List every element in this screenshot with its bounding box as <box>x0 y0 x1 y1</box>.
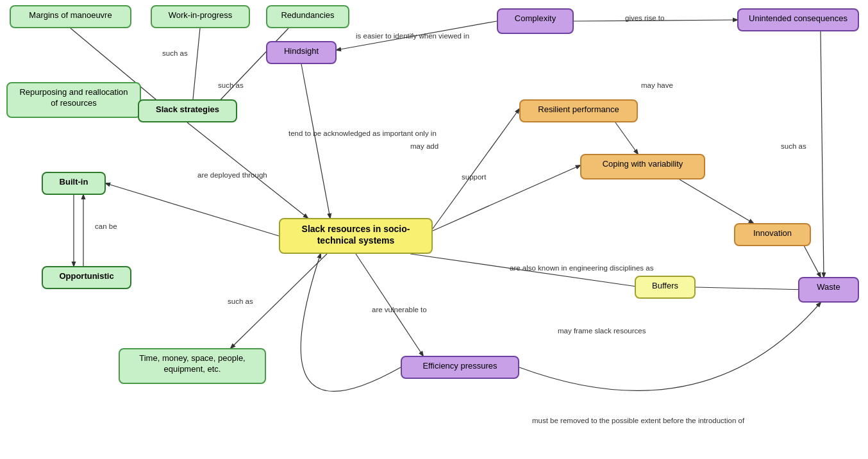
edge-label-el_alsoknown: are also known in engineering discipline… <box>510 263 653 273</box>
edge-label-el_deployed: are deployed through <box>197 170 267 180</box>
svg-line-11 <box>821 31 824 277</box>
edge-label-el_support: support <box>462 172 486 182</box>
node-resilient: Resilient performance <box>519 99 638 122</box>
node-efficiency: Efficiency pressures <box>401 356 519 379</box>
svg-line-6 <box>574 20 737 21</box>
edge-label-el_mustbe: must be removed to the possible extent b… <box>532 415 744 426</box>
edge-label-el_mayframe: may frame slack resources <box>558 326 646 336</box>
edge-label-el_vulnerable: are vulnerable to <box>372 305 427 315</box>
edge-label-el_mayhave: may have <box>641 80 673 90</box>
edge-label-el_givesrise: gives rise to <box>625 13 664 23</box>
svg-line-18 <box>410 254 641 287</box>
node-slack_strategies: Slack strategies <box>138 99 237 122</box>
edge-label-el_suchas4: such as <box>781 141 806 151</box>
node-innovation: Innovation <box>734 223 811 246</box>
svg-line-20 <box>356 254 423 356</box>
node-coping: Coping with variability <box>580 154 705 179</box>
node-builtin: Built-in <box>42 172 106 195</box>
svg-line-9 <box>433 165 580 231</box>
edge-label-el_canbe: can be <box>95 221 117 231</box>
svg-line-1 <box>192 28 200 106</box>
node-margins: Margins of manoeuvre <box>10 5 131 28</box>
svg-line-5 <box>337 21 497 50</box>
edge-label-el_suchas3: such as <box>228 296 253 306</box>
svg-line-17 <box>231 254 327 348</box>
svg-line-2 <box>215 28 288 106</box>
node-opportunistic: Opportunistic <box>42 266 131 289</box>
svg-line-4 <box>301 64 330 218</box>
edge-label-el_mayadd: may add <box>410 141 438 151</box>
svg-line-7 <box>187 122 308 218</box>
concept-map: Margins of manoeuvreWork-in-progressRedu… <box>0 0 868 459</box>
edge-label-el_tendtobe: tend to be acknowledged as important onl… <box>288 128 437 138</box>
node-buffers: Buffers <box>635 276 696 299</box>
edge-label-el_viewedin: is easier to identify when viewed in <box>356 31 469 41</box>
svg-line-8 <box>432 109 519 230</box>
edge-label-el_suchas1: such as <box>162 48 188 58</box>
node-redundancies: Redundancies <box>266 5 349 28</box>
edge-label-el_suchas2: such as <box>218 80 244 90</box>
svg-line-19 <box>696 287 808 290</box>
node-time_money: Time, money, space, people, equipment, e… <box>119 348 266 384</box>
node-repurposing: Repurposing and reallocation of resource… <box>6 82 141 118</box>
node-waste: Waste <box>798 277 859 303</box>
svg-line-16 <box>106 183 279 236</box>
node-complexity: Complexity <box>497 8 574 34</box>
node-slack_main: Slack resources in socio-technical syste… <box>279 218 433 254</box>
node-unintended: Unintended consequences <box>737 8 859 31</box>
node-wip: Work-in-progress <box>151 5 250 28</box>
svg-line-10 <box>615 122 638 154</box>
node-hindsight: Hindsight <box>266 41 337 64</box>
svg-line-12 <box>680 179 753 223</box>
